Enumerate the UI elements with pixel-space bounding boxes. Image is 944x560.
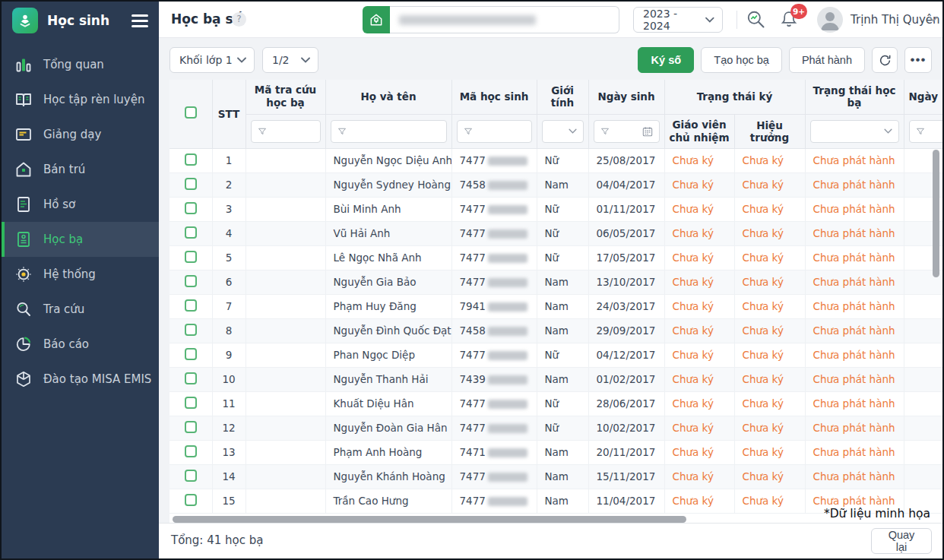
book-icon [14, 90, 33, 109]
row-checkbox[interactable] [185, 348, 197, 360]
student-id-prefix: 7458 [460, 324, 486, 337]
vertical-scrollbar[interactable] [933, 150, 939, 277]
chevron-down-icon [884, 128, 892, 134]
school-year-dropdown[interactable]: 2023 - 2024 [633, 7, 723, 33]
cell-last [904, 416, 942, 440]
help-icon[interactable]: ? [232, 12, 246, 27]
table-row[interactable]: 10Nguyễn Thanh Hải7439Nam01/02/2017Chưa … [169, 367, 942, 391]
cell-sign: Chưa ký [734, 197, 805, 221]
table-row[interactable]: 12Nguyễn Đoàn Gia Hân7477Nữ10/02/2017Chư… [169, 416, 942, 440]
row-checkbox[interactable] [185, 202, 197, 214]
row-checkbox[interactable] [185, 372, 197, 384]
row-checkbox[interactable] [185, 324, 197, 336]
record-status-filter-select[interactable] [810, 120, 899, 143]
sidebar-item-bao-cao[interactable]: Báo cáo [2, 327, 159, 362]
row-checkbox[interactable] [185, 153, 197, 166]
cell-dob: 24/03/2017 [588, 294, 664, 318]
table-row[interactable]: 8Nguyễn Đình Quốc Đạt7458Nam29/09/2017Ch… [169, 318, 942, 343]
user-chevron-down-icon[interactable] [929, 16, 938, 22]
header-full-name: Họ và tên [325, 80, 451, 114]
table-row[interactable]: 4Vũ Hải Anh7477Nữ06/05/2017Chưa kýChưa k… [169, 221, 942, 245]
student-id-prefix: 7471 [460, 446, 486, 458]
cell-stt: 6 [212, 270, 246, 294]
sidebar-item-tra-cuu[interactable]: Tra cứu [2, 292, 159, 327]
dob-filter-input[interactable] [594, 120, 660, 143]
cell-name: Bùi Minh Anh [325, 197, 451, 221]
back-button[interactable]: Quay lại [871, 528, 932, 554]
sidebar-item-hoc-ba[interactable]: Học bạ [2, 222, 159, 257]
table-row[interactable]: 2Nguyễn Sydney Hoàng A...7458Nam04/04/20… [169, 172, 942, 197]
user-name[interactable]: Trịnh Thị Quyên [851, 13, 940, 27]
sidebar-item-dao-tao-misa-emis[interactable]: Đào tạo MISA EMIS [2, 362, 159, 397]
cell-status: Chưa phát hành [805, 440, 904, 464]
sidebar-item-tong-quan[interactable]: Tổng quan [2, 47, 159, 82]
sidebar-item-he-thong[interactable]: Hệ thống [2, 257, 159, 292]
table-row[interactable]: 9Phan Ngọc Diệp7477Nữ04/12/2017Chưa kýCh… [169, 343, 942, 367]
sidebar-item-ho-so[interactable]: Hồ sơ [2, 187, 159, 222]
table-row[interactable]: 6Nguyễn Gia Bảo7477Nam13/10/2017Chưa kýC… [169, 270, 942, 294]
avatar[interactable] [817, 7, 843, 33]
row-checkbox[interactable] [185, 178, 197, 190]
table-row[interactable]: 11Khuất Diệu Hân7477Nữ28/06/2017Chưa kýC… [169, 391, 942, 416]
class-filter-dropdown[interactable]: 1/2 [262, 47, 318, 73]
student-id-prefix: 7477 [460, 154, 486, 166]
cell-stt: 12 [212, 416, 246, 440]
row-checkbox[interactable] [185, 445, 197, 457]
row-checkbox[interactable] [185, 421, 197, 433]
select-all-checkbox[interactable] [185, 106, 197, 119]
cell-ck [169, 318, 212, 343]
app-logo [12, 8, 38, 33]
search-analytics-icon[interactable] [746, 9, 767, 30]
school-name-field[interactable] [390, 6, 619, 33]
student-id-prefix: 7477 [460, 203, 486, 215]
total-count: Tổng: 41 học bạ [171, 533, 263, 547]
sidebar-item-ban-tru[interactable]: Bán trú [2, 152, 159, 187]
header-dob: Ngày sinh [588, 80, 664, 114]
cell-sign: Chưa ký [664, 148, 734, 172]
row-checkbox[interactable] [185, 397, 197, 409]
student-id-prefix: 7941 [460, 300, 486, 312]
sidebar-item-label: Hồ sơ [43, 198, 75, 211]
table-row[interactable]: 7Phạm Huy Đăng7941Nam24/03/2017Chưa kýCh… [169, 294, 942, 318]
grade-filter-dropdown[interactable]: Khối lớp 1 [169, 47, 255, 73]
notification-bell[interactable]: 9+ [778, 8, 803, 32]
table-row[interactable]: 5Lê Ngọc Nhã Anh7477Nữ17/05/2017Chưa kýC… [169, 245, 942, 270]
funnel-icon [258, 127, 267, 136]
table-row[interactable]: 1Nguyễn Ngọc Diệu Anh7477Nữ25/08/2017Chư… [169, 148, 942, 172]
cell-stt: 11 [212, 391, 246, 416]
sidebar-item-giang-day[interactable]: Giảng dạy [2, 117, 159, 152]
cell-sid: 7477 [451, 464, 537, 489]
last-col-filter-input[interactable] [909, 120, 943, 143]
table-row[interactable]: 14Nguyễn Khánh Hoàng7477Nam15/11/2017Chư… [169, 464, 942, 489]
cell-gender: Nam [537, 172, 588, 197]
sign-button[interactable]: Ký số [638, 47, 694, 73]
cell-code [246, 464, 325, 489]
cell-sign: Chưa ký [734, 464, 805, 489]
cell-sign: Chưa ký [664, 367, 734, 391]
student-id-filter-input[interactable] [457, 120, 532, 143]
cell-dob: 15/11/2017 [588, 464, 664, 489]
cell-code [246, 172, 325, 197]
row-checkbox[interactable] [185, 494, 197, 506]
row-checkbox[interactable] [185, 470, 197, 482]
lookup-code-filter-input[interactable] [251, 120, 321, 143]
row-checkbox[interactable] [185, 251, 197, 263]
horizontal-scrollbar[interactable] [173, 516, 686, 523]
student-id-prefix: 7477 [460, 276, 486, 288]
create-record-button[interactable]: Tạo học bạ [701, 47, 782, 73]
cell-gender: Nữ [537, 416, 588, 440]
publish-button[interactable]: Phát hành [789, 47, 865, 73]
refresh-button[interactable] [872, 47, 898, 73]
row-checkbox[interactable] [185, 299, 197, 312]
cell-sign: Chưa ký [734, 367, 805, 391]
row-checkbox[interactable] [185, 226, 197, 239]
sidebar-item-hoc-tap-ren-luyen[interactable]: Học tập rèn luyện [2, 82, 159, 117]
row-checkbox[interactable] [185, 275, 197, 287]
hamburger-menu-icon[interactable] [131, 11, 148, 30]
more-actions-button[interactable]: ••• [904, 47, 932, 73]
table-row[interactable]: 3Bùi Minh Anh7477Nữ01/11/2017Chưa kýChưa… [169, 197, 942, 221]
table-row[interactable]: 13Phạm Anh Hoàng7471Nam20/11/2017Chưa ký… [169, 440, 942, 464]
full-name-filter-input[interactable] [331, 120, 447, 143]
gender-filter-select[interactable] [542, 120, 584, 143]
cell-code [246, 440, 325, 464]
